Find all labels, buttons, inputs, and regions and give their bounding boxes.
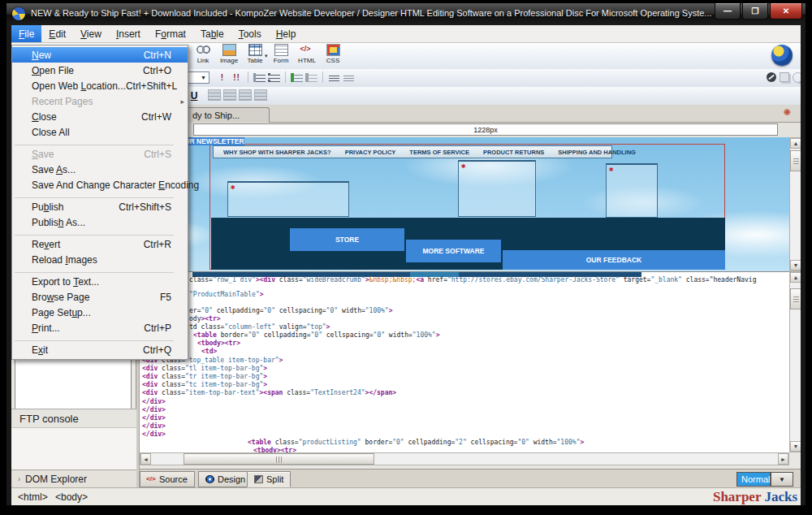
title-bar[interactable]: NEW & Ready to Ship Fast! + Download Inc… [6,3,806,25]
scroll-up-icon[interactable]: ▲ [790,272,801,283]
scroll-thumb[interactable] [790,288,801,309]
strong-emphasis-icon[interactable]: !! [231,71,243,83]
broken-image-placeholder[interactable]: ✱ [458,160,536,217]
bullet-list-icon[interactable] [268,71,280,83]
page-nav-link[interactable]: PRIVACY POLICY [345,149,396,156]
file-menu-item[interactable]: Publish As... [12,214,188,230]
source-code-line[interactable]: td class="column-left" valign="top"> [189,323,330,331]
broken-image-placeholder[interactable]: ✱ [227,181,349,217]
source-code-line[interactable]: <td> [201,348,217,355]
zoom-level-select[interactable]: Normal [736,472,771,487]
toolbar-button[interactable]: CSS [322,44,344,67]
file-menu-item[interactable]: Export to Text... [12,274,188,289]
file-menu-item[interactable]: Revert Ctrl+R [12,236,188,252]
page-button[interactable]: OUR FEEDBACK [503,250,725,270]
scroll-right-icon[interactable]: ► [778,453,788,465]
file-menu-item[interactable]: Reload Images [12,252,188,267]
file-menu-item[interactable]: Page Setup... [12,305,188,320]
page-button[interactable]: MORE SOFTWARE [406,240,501,262]
design-view[interactable]: WHY SHOP WITH SHARPER JACKS?PRIVACY POLI… [140,137,789,271]
table-align-left-icon[interactable] [208,89,221,101]
source-code-line[interactable]: <tbody><tr> [253,447,296,452]
toolbar-button[interactable]: Table [244,44,266,67]
align-right-icon[interactable] [343,71,355,83]
file-menu-item[interactable]: Recent Pages ▸ [12,93,188,109]
source-code-line[interactable]: ody><tr> [189,315,221,322]
menu-bar-item[interactable]: View [73,25,109,42]
source-code-line[interactable]: </div> [142,398,166,405]
file-menu-item[interactable] [15,267,185,274]
source-code-line[interactable]: <table class="productListing" border="0"… [248,439,584,446]
site-manager-panel[interactable] [15,355,132,409]
file-menu-item[interactable]: Save As... [12,162,188,177]
menu-bar-item[interactable]: Insert [109,25,148,42]
dom-explorer-header[interactable]: › DOM Explorer [11,470,136,487]
file-menu-item[interactable]: Publish Ctrl+Shift+S [12,199,188,214]
page-button[interactable]: STORE [290,228,404,251]
source-code-line[interactable]: "ProductMainTable"> [189,291,264,298]
emphasis-icon[interactable]: ! [216,71,228,83]
source-code-line[interactable]: <table border="0" cellpadding="0" cellsp… [193,331,440,339]
table-align-justify-icon[interactable] [254,89,267,101]
no-edit-icon[interactable] [767,72,776,82]
maximize-button[interactable]: ❐ [742,3,768,19]
menu-bar-item[interactable]: Edit [41,25,73,42]
scroll-thumb[interactable] [184,453,374,465]
source-code-line[interactable]: </div> [142,406,166,413]
page-nav-link[interactable]: TERMS OF SERVICE [409,149,469,156]
file-menu-item[interactable] [15,335,185,342]
indent-more-icon[interactable] [291,71,303,83]
source-code-line[interactable]: <tbody><tr> [197,340,240,347]
file-menu-item[interactable]: Save And Change Character Encoding [12,177,188,193]
file-menu-item[interactable]: Print... Ctrl+P [12,320,188,335]
file-menu-item[interactable]: Close All [12,124,188,140]
page-nav-link[interactable]: SHIPPING AND HANDLING [558,149,636,156]
source-code-line[interactable]: <div class="item-top-bar-text"><span cla… [142,389,396,396]
source-view[interactable]: class="row_1 div"><div class="wideBreadc… [140,271,789,452]
status-tag-body[interactable]: <body> [55,491,88,503]
menu-bar-item[interactable]: Format [148,25,193,42]
indent-less-icon[interactable] [305,71,317,83]
menu-bar-item[interactable]: Table [193,25,231,42]
source-code-line[interactable]: <div class="tc item-top-bar-bg"> [142,381,267,388]
status-tag-html[interactable]: <html> [18,491,48,503]
file-menu-item[interactable]: New Ctrl+N [12,47,188,63]
toolbar-button[interactable]: HTML [296,44,318,67]
file-menu-item[interactable] [15,230,185,236]
ftp-console-header[interactable]: FTP console [11,409,136,428]
scroll-up-icon[interactable]: ▲ [790,138,801,149]
table-align-center-icon[interactable] [223,89,236,101]
underline-button[interactable]: U [187,89,201,102]
source-scrollbar-horizontal[interactable]: ◄ ► [140,452,789,465]
file-menu-item[interactable]: Open Web Location... Ctrl+Shift+L [12,78,188,93]
source-code-line[interactable]: er="0" cellpadding="0" cellspacing="0" w… [189,307,393,314]
toolbar-button[interactable]: Link [192,44,214,67]
page-nav-link[interactable]: WHY SHOP WITH SHARPER JACKS? [223,149,331,156]
chevron-down-icon[interactable]: ▾ [265,53,268,59]
broken-image-placeholder[interactable]: ✱ [606,163,658,218]
bug-icon[interactable]: ❋ [784,107,791,118]
menu-bar-item[interactable]: File [11,25,41,42]
file-menu-item[interactable]: Exit Ctrl+Q [12,342,188,357]
toolbar-button[interactable]: Form [270,44,292,67]
file-menu-item[interactable]: Open File Ctrl+O [12,63,188,78]
minimize-button[interactable]: — [715,3,741,19]
source-code-line[interactable]: </div> [142,414,166,422]
source-code-line[interactable]: <div class="tl item-top-bar-bg"> [142,365,267,372]
page-nav-link[interactable]: PRODUCT RETURNS [483,149,544,156]
source-code-line[interactable]: class="row_1 div"><div class="wideBreadc… [189,276,756,283]
file-menu-item[interactable]: Close Ctrl+W [12,109,188,124]
scroll-down-icon[interactable]: ▼ [790,441,801,452]
source-code-line[interactable]: </div> [142,422,166,430]
zoom-dropdown-arrow[interactable]: ▼ [771,472,793,487]
layers-icon[interactable] [780,72,789,82]
source-code-line[interactable]: <div class="tr item-top-bar-bg"> [142,373,267,380]
scroll-thumb[interactable] [790,150,801,171]
toolbar-button[interactable]: Image [218,44,240,67]
table-align-right-icon[interactable] [239,89,252,101]
file-menu-item[interactable]: Save Ctrl+S [12,146,188,162]
file-menu-item[interactable] [15,140,185,146]
file-menu-item[interactable] [15,193,185,199]
scroll-down-icon[interactable]: ▼ [790,260,801,270]
numbered-list-icon[interactable] [253,71,266,83]
